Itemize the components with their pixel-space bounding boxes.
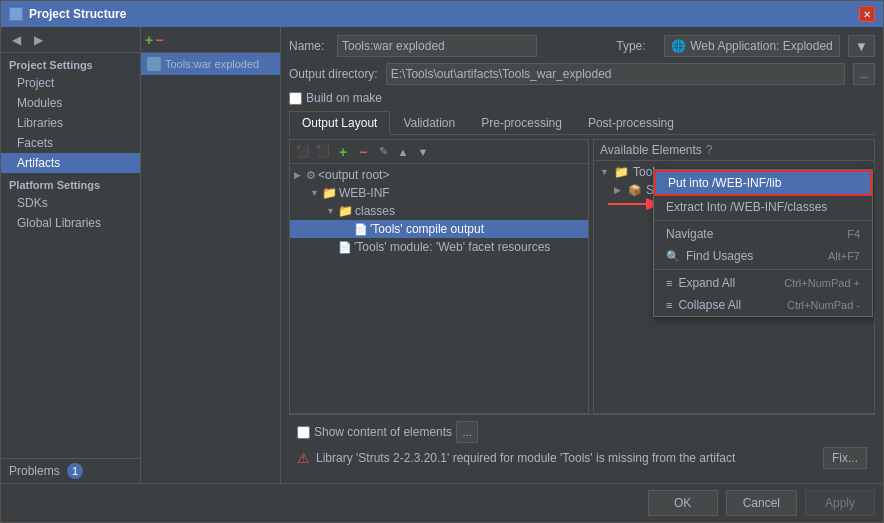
output-label: Output directory: — [289, 67, 378, 81]
build-on-make-checkbox[interactable] — [289, 92, 302, 105]
tools-folder-icon: 📁 — [614, 165, 629, 179]
apply-button[interactable]: Apply — [805, 490, 875, 516]
output-layout-area: ⬛ ⬛ + − ✎ ▲ ▼ ▶ ⚙ <output root> — [289, 139, 875, 414]
sidebar-item-artifacts[interactable]: Artifacts — [1, 153, 140, 173]
available-elements-help-icon[interactable]: ? — [706, 143, 713, 157]
sidebar-item-facets[interactable]: Facets — [1, 133, 140, 153]
remove-artifact-button[interactable]: − — [155, 32, 163, 48]
artifact-toolbar: + − — [141, 27, 280, 53]
ctx-item-collapse-all[interactable]: ≡ Collapse All Ctrl+NumPad - — [654, 294, 872, 316]
tab-pre-processing[interactable]: Pre-processing — [468, 111, 575, 134]
name-label: Name: — [289, 39, 329, 53]
add-artifact-button[interactable]: + — [145, 32, 153, 48]
sidebar-item-global-libraries[interactable]: Global Libraries — [1, 213, 140, 233]
tree-move-up-button[interactable]: ▲ — [394, 143, 412, 161]
sidebar: ◀ ▶ Project Settings Project Modules Lib… — [1, 27, 141, 483]
ctx-item-expand-left: ≡ Expand All — [666, 276, 735, 290]
ctx-item-find-usages[interactable]: 🔍 Find Usages Alt+F7 — [654, 245, 872, 267]
name-input[interactable] — [337, 35, 537, 57]
platform-settings-section: Platform Settings — [1, 173, 140, 193]
available-header: Available Elements ? — [594, 140, 874, 161]
tab-output-layout-label: Output Layout — [302, 116, 377, 130]
ctx-collapse-shortcut: Ctrl+NumPad - — [787, 299, 860, 311]
error-row: ⚠ Library 'Struts 2-2.3.20.1' required f… — [297, 447, 867, 469]
ctx-item-navigate[interactable]: Navigate F4 — [654, 223, 872, 245]
tab-post-processing[interactable]: Post-processing — [575, 111, 687, 134]
tree-toolbar: ⬛ ⬛ + − ✎ ▲ ▼ — [290, 140, 588, 164]
fix-button[interactable]: Fix... — [823, 447, 867, 469]
build-on-make-row: Build on make — [289, 91, 875, 105]
available-arrow-tools: ▼ — [600, 167, 610, 177]
tree-remove-button[interactable]: − — [354, 143, 372, 161]
tree-item-web-inf[interactable]: ▼ 📁 WEB-INF — [290, 184, 588, 202]
type-label: Type: — [616, 39, 656, 53]
right-panel: Name: Type: 🌐 Web Application: Exploded … — [281, 27, 883, 483]
sidebar-item-modules[interactable]: Modules — [1, 93, 140, 113]
tree-arrow-classes: ▼ — [326, 206, 336, 216]
nav-back-button[interactable]: ◀ — [7, 31, 25, 49]
problems-count: 1 — [67, 463, 83, 479]
ctx-item-expand-all[interactable]: ≡ Expand All Ctrl+NumPad + — [654, 272, 872, 294]
tools-web-resources-icon: 📄 — [338, 241, 352, 254]
close-button[interactable]: ✕ — [859, 6, 875, 22]
project-structure-dialog: Project Structure ✕ ◀ ▶ Project Settings… — [0, 0, 884, 523]
tabs-bar: Output Layout Validation Pre-processing … — [289, 111, 875, 135]
ctx-item-navigate-label: Navigate — [666, 227, 713, 241]
cancel-button[interactable]: Cancel — [726, 490, 797, 516]
ctx-collapse-icon: ≡ — [666, 299, 672, 311]
artifact-item-tools-war[interactable]: Tools:war exploded — [141, 53, 280, 75]
tree-add-button[interactable]: + — [334, 143, 352, 161]
sidebar-item-modules-label: Modules — [17, 96, 62, 110]
tab-pre-processing-label: Pre-processing — [481, 116, 562, 130]
show-content-browse-button[interactable]: ... — [456, 421, 478, 443]
tree-item-web-inf-label: WEB-INF — [339, 186, 390, 200]
ctx-item-extract-left: Extract Into /WEB-INF/classes — [666, 200, 827, 214]
tab-validation[interactable]: Validation — [390, 111, 468, 134]
ctx-item-extract-into-classes[interactable]: Extract Into /WEB-INF/classes — [654, 196, 872, 218]
output-dir-input[interactable] — [386, 63, 845, 85]
show-content-label: Show content of elements — [314, 425, 452, 439]
ctx-find-shortcut: Alt+F7 — [828, 250, 860, 262]
show-content-row: Show content of elements ... — [297, 421, 867, 443]
sidebar-toolbar: ◀ ▶ — [1, 27, 140, 53]
tree-item-tools-web-resources-label: 'Tools' module: 'Web' facet resources — [354, 240, 550, 254]
ctx-navigate-shortcut: F4 — [847, 228, 860, 240]
tree-btn-edit[interactable]: ✎ — [374, 143, 392, 161]
tree-item-tools-web-resources[interactable]: 📄 'Tools' module: 'Web' facet resources — [290, 238, 588, 256]
type-value-display: 🌐 Web Application: Exploded — [664, 35, 840, 57]
sidebar-item-libraries[interactable]: Libraries — [1, 113, 140, 133]
nav-forward-button[interactable]: ▶ — [29, 31, 47, 49]
sidebar-item-project[interactable]: Project — [1, 73, 140, 93]
ok-button[interactable]: OK — [648, 490, 718, 516]
project-settings-section: Project Settings — [1, 53, 140, 73]
classes-folder-icon: 📁 — [338, 204, 353, 218]
sidebar-item-facets-label: Facets — [17, 136, 53, 150]
tab-validation-label: Validation — [403, 116, 455, 130]
output-browse-button[interactable]: ... — [853, 63, 875, 85]
tree-item-tools-compile[interactable]: 📄 'Tools' compile output — [290, 220, 588, 238]
type-text: Web Application: Exploded — [690, 39, 833, 53]
ctx-find-icon: 🔍 — [666, 250, 680, 263]
problems-label: Problems — [9, 464, 60, 478]
artifact-list-panel: + − Tools:war exploded — [141, 27, 281, 483]
tree-move-down-button[interactable]: ▼ — [414, 143, 432, 161]
ctx-item-expand-label: Expand All — [678, 276, 735, 290]
ctx-item-find-label: Find Usages — [686, 249, 753, 263]
title-bar: Project Structure ✕ — [1, 1, 883, 27]
ctx-item-put-into-lib[interactable]: Put into /WEB-INF/lib — [654, 170, 872, 196]
sidebar-item-sdks[interactable]: SDKs — [1, 193, 140, 213]
artifact-item-label: Tools:war exploded — [165, 58, 259, 70]
tree-item-classes[interactable]: ▼ 📁 classes — [290, 202, 588, 220]
tree-btn-2[interactable]: ⬛ — [314, 143, 332, 161]
context-menu: Put into /WEB-INF/lib Extract Into /WEB-… — [653, 169, 873, 317]
tree-item-output-root[interactable]: ▶ ⚙ <output root> — [290, 166, 588, 184]
show-content-checkbox[interactable] — [297, 426, 310, 439]
dialog-title: Project Structure — [29, 7, 126, 21]
tree-btn-1[interactable]: ⬛ — [294, 143, 312, 161]
tab-post-processing-label: Post-processing — [588, 116, 674, 130]
type-dropdown-button[interactable]: ▼ — [848, 35, 875, 57]
artifact-war-icon — [147, 57, 161, 71]
tab-output-layout[interactable]: Output Layout — [289, 111, 390, 135]
ctx-item-put-into-lib-label: Put into /WEB-INF/lib — [668, 176, 781, 190]
ctx-item-collapse-left: ≡ Collapse All — [666, 298, 741, 312]
